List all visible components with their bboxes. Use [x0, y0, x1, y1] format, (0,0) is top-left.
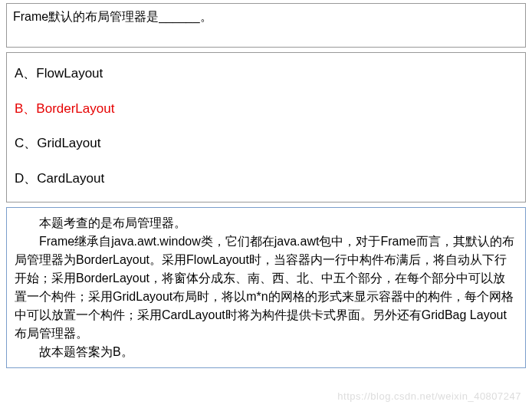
- option-d-text: CardLayout: [37, 171, 104, 186]
- watermark: https://blog.csdn.net/weixin_40807247: [337, 390, 521, 402]
- option-b-label: B、: [15, 101, 36, 116]
- explanation-p1: 本题考查的是布局管理器。: [15, 214, 517, 232]
- option-d[interactable]: D、CardLayout: [15, 161, 517, 196]
- explanation-p2: Frame继承自java.awt.window类，它们都在java.awt包中，…: [15, 232, 517, 343]
- option-b-text: BorderLayout: [36, 101, 114, 116]
- option-a-label: A、: [15, 66, 36, 81]
- options-list: A、FlowLayout B、BorderLayout C、GridLayout…: [6, 52, 526, 202]
- question-text: Frame默认的布局管理器是______。: [13, 10, 212, 23]
- option-c-label: C、: [15, 136, 37, 150]
- option-b[interactable]: B、BorderLayout: [15, 91, 517, 127]
- option-c-text: GridLayout: [37, 136, 100, 150]
- option-a-text: FlowLayout: [36, 66, 103, 81]
- option-c[interactable]: C、GridLayout: [15, 126, 517, 161]
- option-d-label: D、: [15, 171, 37, 186]
- explanation-box: 本题考查的是布局管理器。 Frame继承自java.awt.window类，它们…: [6, 207, 526, 368]
- explanation-p3: 故本题答案为B。: [15, 343, 517, 361]
- question-box: Frame默认的布局管理器是______。: [6, 3, 526, 48]
- option-a[interactable]: A、FlowLayout: [15, 56, 517, 91]
